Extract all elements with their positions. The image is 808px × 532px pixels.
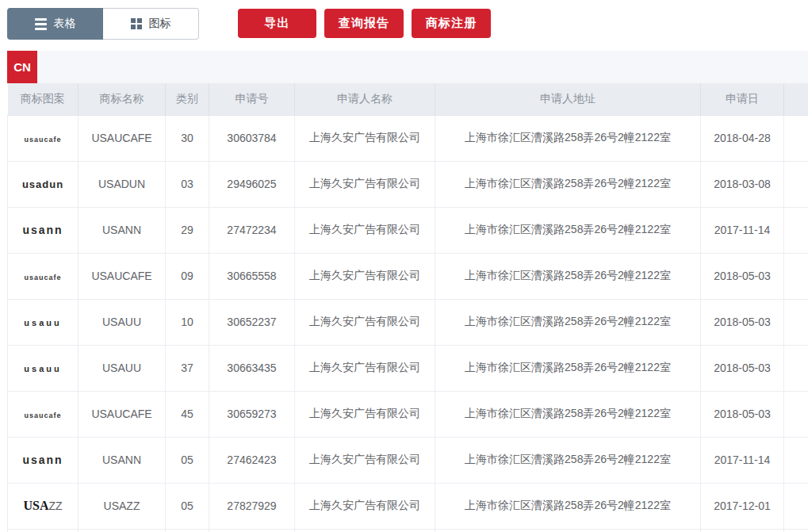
column-header-logo: 商标图案: [8, 83, 79, 115]
trademark-logo-cell: usaucafe: [8, 391, 79, 437]
application-date-cell: 2018-05-03: [701, 391, 784, 437]
trademark-name-cell: USAUCAFE: [79, 253, 166, 299]
table-row[interactable]: USAZZ USAZZ 05 27827929 上海久安广告有限公司 上海市徐汇…: [8, 483, 808, 529]
applicant-name-cell: 上海久安广告有限公司: [295, 345, 435, 391]
applicant-address-cell: 上海市徐汇区漕溪路258弄26号2幢2122室: [435, 483, 701, 529]
application-number-cell: 30603784: [209, 115, 295, 161]
class-cell: 10: [166, 299, 209, 345]
applicant-name-cell: 上海久安广告有限公司: [295, 253, 435, 299]
table-row[interactable]: usaucafe USAUCAFE 45 30659273 上海久安广告有限公司…: [8, 391, 808, 437]
table-view-button[interactable]: 表格: [7, 8, 103, 40]
trademark-logo-suffix: ZZ: [48, 499, 62, 512]
trademark-name-cell: USAZZ: [79, 483, 166, 529]
trademark-logo-cell: usaucafe: [8, 253, 79, 299]
applicant-name-cell: 上海久安广告有限公司: [295, 437, 435, 483]
trademark-logo: usadun: [22, 178, 63, 190]
trademark-logo: usauu: [24, 364, 61, 373]
trademark-name-cell: USAUU: [79, 345, 166, 391]
extra-cell: [784, 437, 808, 483]
application-number-cell: 27827929: [209, 483, 295, 529]
query-report-button[interactable]: 查询报告: [324, 9, 404, 38]
trademark-logo: usaucafe: [24, 274, 61, 281]
applicant-address-cell: 上海市徐汇区漕溪路258弄26号2幢2122室: [435, 161, 701, 207]
applicant-name-cell: 上海久安广告有限公司: [295, 115, 435, 161]
application-number-cell: 27472234: [209, 207, 295, 253]
trademark-name-cell: USANN: [79, 207, 166, 253]
trademark-name-cell: USAUCAFE: [79, 115, 166, 161]
applicant-address-cell: 上海市徐汇区漕溪路258弄26号2幢2122室: [435, 115, 701, 161]
region-tab-strip: CN: [7, 51, 808, 83]
applicant-name-cell: 上海久安广告有限公司: [295, 483, 435, 529]
applicant-address-cell: 上海市徐汇区漕溪路258弄26号2幢2122室: [435, 253, 701, 299]
applicant-name-cell: 上海久安广告有限公司: [295, 299, 435, 345]
trademark-name-cell: USADUN: [79, 161, 166, 207]
table-row[interactable]: usann USANN 29 27472234 上海久安广告有限公司 上海市徐汇…: [8, 207, 808, 253]
class-cell: 30: [166, 115, 209, 161]
class-cell: 45: [166, 391, 209, 437]
application-number-cell: 30665558: [209, 253, 295, 299]
application-date-cell: 2018-04-28: [701, 115, 784, 161]
applicant-address-cell: 上海市徐汇区漕溪路258弄26号2幢2122室: [435, 437, 701, 483]
extra-cell: [784, 253, 808, 299]
extra-cell: [784, 115, 808, 161]
application-number-cell: 27462423: [209, 437, 295, 483]
column-header-app-no: 申请号: [209, 83, 295, 115]
icon-view-button[interactable]: 图标: [103, 8, 199, 40]
application-date-cell: 2018-05-03: [701, 345, 784, 391]
trademark-logo: usauu: [24, 318, 61, 327]
trademark-logo-cell: usann: [8, 207, 79, 253]
applicant-name-cell: 上海久安广告有限公司: [295, 161, 435, 207]
trademark-results-table: 商标图案 商标名称 类别 申请号 申请人名称 申请人地址 申请日 usaucaf…: [7, 83, 808, 532]
column-header-applicant: 申请人名称: [295, 83, 435, 115]
class-cell: 37: [166, 345, 209, 391]
application-date-cell: 2018-05-03: [701, 253, 784, 299]
applicant-name-cell: 上海久安广告有限公司: [295, 207, 435, 253]
class-cell: 29: [166, 207, 209, 253]
column-header-class: 类别: [166, 83, 209, 115]
extra-cell: [784, 483, 808, 529]
applicant-name-cell: 上海久安广告有限公司: [295, 391, 435, 437]
table-header-row: 商标图案 商标名称 类别 申请号 申请人名称 申请人地址 申请日: [8, 83, 808, 115]
application-date-cell: 2017-12-01: [701, 483, 784, 529]
trademark-name-cell: USAUCAFE: [79, 391, 166, 437]
class-cell: 05: [166, 483, 209, 529]
application-number-cell: 30652237: [209, 299, 295, 345]
applicant-address-cell: 上海市徐汇区漕溪路258弄26号2幢2122室: [435, 391, 701, 437]
application-date-cell: 2018-05-03: [701, 299, 784, 345]
table-row[interactable]: usauu USAUU 37 30663435 上海久安广告有限公司 上海市徐汇…: [8, 345, 808, 391]
table-row[interactable]: usaucafe USAUCAFE 30 30603784 上海久安广告有限公司…: [8, 115, 808, 161]
grid-icon: [131, 18, 142, 29]
trademark-logo: usann: [22, 454, 63, 466]
trademark-name-cell: USAUU: [79, 299, 166, 345]
extra-cell: [784, 391, 808, 437]
table-row[interactable]: usaucafe USAUCAFE 09 30665558 上海久安广告有限公司…: [8, 253, 808, 299]
trademark-logo: usaucafe: [24, 136, 61, 144]
table-row[interactable]: usadun USADUN 03 29496025 上海久安广告有限公司 上海市…: [8, 161, 808, 207]
column-header-name: 商标名称: [79, 83, 166, 115]
applicant-address-cell: 上海市徐汇区漕溪路258弄26号2幢2122室: [435, 299, 701, 345]
trademark-register-button[interactable]: 商标注册: [412, 9, 491, 38]
application-date-cell: 2017-11-14: [701, 207, 784, 253]
extra-cell: [784, 345, 808, 391]
trademark-logo-cell: usadun: [8, 161, 79, 207]
trademark-logo: usaucafe: [24, 411, 61, 419]
trademark-logo-cell: usaucafe: [8, 115, 79, 161]
table-view-label: 表格: [54, 17, 76, 31]
table-row[interactable]: usauu USAUU 10 30652237 上海久安广告有限公司 上海市徐汇…: [8, 299, 808, 345]
extra-cell: [784, 299, 808, 345]
applicant-address-cell: 上海市徐汇区漕溪路258弄26号2幢2122室: [435, 207, 701, 253]
trademark-logo-cell: usauu: [8, 299, 79, 345]
application-number-cell: 30663435: [209, 345, 295, 391]
class-cell: 03: [166, 161, 209, 207]
table-row[interactable]: usann USANN 05 27462423 上海久安广告有限公司 上海市徐汇…: [8, 437, 808, 483]
trademark-logo-cell: usauu: [8, 345, 79, 391]
class-cell: 05: [166, 437, 209, 483]
trademark-logo-cell: usann: [8, 437, 79, 483]
applicant-address-cell: 上海市徐汇区漕溪路258弄26号2幢2122室: [435, 345, 701, 391]
region-tab-cn[interactable]: CN: [7, 51, 37, 83]
extra-cell: [784, 207, 808, 253]
trademark-logo: USA: [23, 499, 48, 512]
icon-view-label: 图标: [149, 17, 171, 31]
application-date-cell: 2017-11-14: [701, 437, 784, 483]
export-button[interactable]: 导出: [238, 9, 316, 38]
